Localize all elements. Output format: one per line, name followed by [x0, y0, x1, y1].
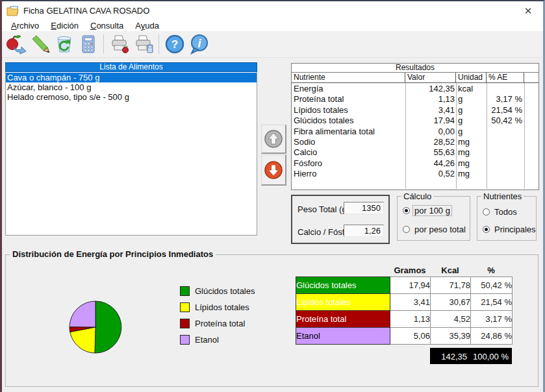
- header-pct: %: [470, 265, 512, 275]
- nutrientes-group: Nutrientes Todos Principales: [477, 196, 537, 241]
- nutrientes-group-label: Nutrientes: [481, 191, 524, 201]
- results-body: Energía142,35kcal Proteína total1,13g3,1…: [292, 83, 539, 189]
- legend-swatch-etanol: [180, 335, 190, 345]
- info-icon[interactable]: i: [186, 32, 210, 56]
- window-icon: [6, 6, 19, 16]
- table-row: Hierro0,52mg: [292, 169, 539, 179]
- legend-item: Proteína total: [180, 315, 255, 332]
- energy-distribution-title: Distribución de Energía por Principios I…: [10, 249, 216, 259]
- print-foods-icon[interactable]: [107, 32, 131, 56]
- column-header-nutriente: Nutriente: [292, 73, 405, 82]
- table-row: Etanol 5,06 35,39 24,86 %: [296, 328, 513, 345]
- legend-swatch-proteina: [180, 319, 190, 328]
- column-header-valor: Valor: [405, 73, 456, 82]
- toolbar: ? i: [2, 31, 543, 58]
- menu-edicion[interactable]: Edición: [45, 21, 84, 31]
- energy-pie-chart: [68, 299, 123, 355]
- column-header-empty: [524, 73, 539, 82]
- radio-por-peso-total[interactable]: por peso total: [403, 225, 467, 234]
- menu-bar: Archivo Edición Consulta Ayuda: [2, 20, 543, 31]
- totals-panel: Peso Total (g) 1350 Calcio / Fósforo 1,2…: [291, 195, 390, 244]
- radio-principales[interactable]: Principales: [483, 225, 537, 234]
- legend-item: Glúcidos totales: [180, 283, 255, 299]
- column-header-pct-ae: % AE: [487, 73, 524, 82]
- peso-total-label: Peso Total (g): [298, 204, 349, 214]
- menu-consulta[interactable]: Consulta: [84, 21, 129, 31]
- row-label-etanol: Etanol: [296, 328, 390, 345]
- row-label-glucidos: Glúcidos totales: [296, 277, 390, 294]
- table-row: Glúcidos totales17,94g50,42 %: [292, 116, 539, 126]
- food-list-header: Lista de Alimentos: [5, 62, 257, 72]
- legend-swatch-lipidos: [180, 302, 190, 312]
- table-row: Fibra alimentaria total0,00g: [292, 127, 539, 137]
- arrow-up-icon: [264, 129, 283, 149]
- food-list-item[interactable]: Cava o champán - 750 g: [6, 73, 257, 82]
- peso-total-field[interactable]: 1350: [344, 202, 384, 214]
- radio-por-100g[interactable]: por 100 g: [403, 206, 451, 215]
- energy-total-row: 142,35 100,00 %: [430, 348, 512, 364]
- results-title: Resultados: [292, 64, 539, 73]
- header-kcal: Kcal: [430, 265, 470, 275]
- total-pct: 100,00 %: [470, 348, 512, 364]
- food-list-item[interactable]: Azúcar, blanco - 100 g: [6, 82, 257, 92]
- help-icon[interactable]: ?: [162, 32, 186, 56]
- radio-button-icon: [403, 226, 410, 233]
- row-label-proteina: Proteína total: [296, 311, 390, 328]
- energy-table: Glúcidos totales 17,94 71,78 50,42 % Líp…: [296, 276, 513, 345]
- pie-slice-glucidos: [95, 301, 121, 353]
- calculator-icon[interactable]: [76, 32, 100, 56]
- legend-swatch-glucidos: [180, 286, 190, 296]
- legend-item: Etanol: [180, 332, 255, 348]
- table-row: Fósforo44,26mg: [292, 158, 539, 169]
- move-up-button[interactable]: [261, 125, 286, 154]
- table-row: Proteína total 1,13 4,52 3,17 %: [296, 311, 513, 328]
- energy-distribution-group: Distribución de Energía por Principios I…: [5, 254, 539, 387]
- table-row: Lípidos totales3,41g21,54 %: [292, 105, 539, 116]
- window-title: Ficha GELATINA CAVA ROSADO: [23, 6, 149, 16]
- energy-table-headers: Gramos Kcal %: [296, 265, 512, 275]
- menu-archivo[interactable]: Archivo: [5, 21, 45, 31]
- svg-text:?: ?: [171, 38, 177, 51]
- row-label-lipidos: Lípidos totales: [296, 294, 390, 311]
- export-food-icon[interactable]: [4, 32, 28, 56]
- calculo-group-label: Cálculo: [401, 191, 433, 201]
- total-kcal: 142,35: [430, 348, 470, 364]
- results-header-row: Nutriente Valor Unidad % AE: [292, 73, 539, 83]
- menu-ayuda[interactable]: Ayuda: [129, 21, 165, 31]
- title-bar: Ficha GELATINA CAVA ROSADO ✕: [2, 1, 543, 20]
- app-window: Ficha GELATINA CAVA ROSADO ✕ Archivo Edi…: [0, 0, 545, 392]
- toolbar-separator: [158, 34, 159, 54]
- radio-button-icon: [483, 226, 490, 233]
- toolbar-separator: [103, 34, 104, 54]
- table-row: Proteína total1,13g3,17 %: [292, 94, 539, 104]
- pie-slice-etanol: [70, 301, 95, 327]
- radio-button-icon: [483, 208, 490, 215]
- food-list-item[interactable]: Helado cremoso, tipo s/e - 500 g: [6, 92, 257, 102]
- table-row: Glúcidos totales 17,94 71,78 50,42 %: [296, 277, 513, 294]
- refresh-list-icon[interactable]: [52, 32, 76, 56]
- table-row: Calcio55,63mg: [292, 147, 539, 158]
- table-row: Sodio28,52mg: [292, 137, 539, 147]
- table-row: Energía142,35kcal: [292, 84, 539, 94]
- close-button[interactable]: ✕: [513, 1, 543, 20]
- food-list: Cava o champán - 750 g Azúcar, blanco - …: [5, 72, 257, 236]
- results-panel: Resultados Nutriente Valor Unidad % AE E…: [291, 63, 539, 190]
- radio-button-icon: [403, 207, 410, 214]
- arrow-down-icon: [264, 160, 283, 180]
- header-gramos: Gramos: [390, 265, 430, 275]
- calcio-fosforo-field[interactable]: 1,26: [344, 225, 384, 237]
- column-header-unidad: Unidad: [456, 73, 487, 82]
- calculo-group: Cálculo por 100 g por peso total: [397, 196, 470, 241]
- print-results-icon[interactable]: [131, 32, 155, 56]
- move-down-button[interactable]: [261, 154, 286, 186]
- legend-item: Lípidos totales: [180, 299, 255, 315]
- table-row: Lípidos totales 3,41 30,67 21,54 %: [296, 294, 513, 311]
- edit-pencil-icon[interactable]: [28, 32, 52, 56]
- pie-legend: Glúcidos totales Lípidos totales Proteín…: [180, 283, 255, 348]
- radio-todos[interactable]: Todos: [483, 207, 518, 217]
